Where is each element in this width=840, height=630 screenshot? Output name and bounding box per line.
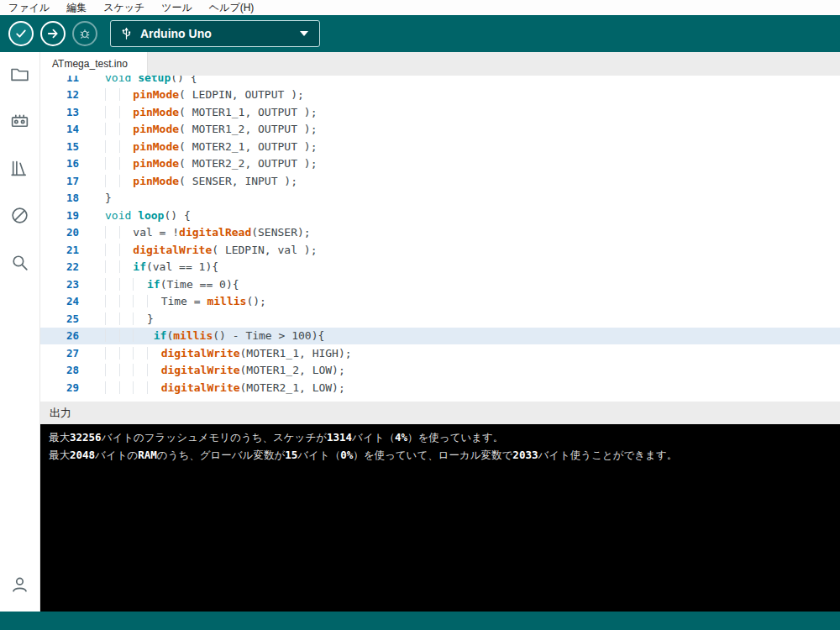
code-text: void setup() {	[84, 76, 197, 84]
line-number[interactable]: 16	[40, 157, 84, 170]
search-button[interactable]	[0, 242, 39, 282]
activity-bar	[0, 52, 40, 612]
code-line[interactable]: 23 if(Time == 0){	[40, 276, 840, 293]
tab-sketch[interactable]: ATmega_test.ino	[40, 52, 148, 76]
code-line[interactable]: 22 if(val == 1){	[40, 259, 840, 276]
code-editor[interactable]: 11void setup() {12 pinMode( LEDPIN, OUTP…	[40, 76, 840, 402]
line-number[interactable]: 21	[40, 244, 84, 256]
code-text: val = !digitalRead(SENSER);	[84, 226, 311, 239]
tab-label: ATmega_test.ino	[52, 58, 128, 70]
bug-icon	[78, 27, 92, 40]
line-number[interactable]: 12	[40, 88, 84, 101]
code-line[interactable]: 12 pinMode( LEDPIN, OUTPUT );	[40, 87, 840, 104]
line-number[interactable]: 25	[40, 312, 84, 325]
chevron-down-icon	[300, 31, 308, 36]
code-text: void loop() {	[84, 209, 191, 222]
code-text: pinMode( MOTER2_2, OUTPUT );	[84, 157, 317, 170]
menu-edit[interactable]: 編集	[58, 0, 95, 15]
code-text: pinMode( MOTER1_2, OUTPUT );	[84, 123, 317, 135]
code-text: digitalWrite( LEDPIN, val );	[84, 244, 317, 256]
arrow-right-icon	[46, 27, 60, 40]
menu-tools[interactable]: ツール	[153, 0, 201, 15]
code-line[interactable]: 11void setup() {	[40, 76, 840, 87]
toolbar: Arduino Uno	[0, 15, 840, 52]
account-button[interactable]	[0, 564, 39, 604]
code-text: digitalWrite(MOTER2_1, LOW);	[84, 381, 345, 394]
code-line[interactable]: 15 pinMode( MOTER2_1, OUTPUT );	[40, 138, 840, 155]
code-text: pinMode( LEDPIN, OUTPUT );	[84, 88, 304, 101]
line-number[interactable]: 29	[40, 381, 84, 394]
board-selector[interactable]: Arduino Uno	[110, 20, 320, 47]
check-icon	[14, 27, 28, 40]
code-line[interactable]: 17 pinMode( SENSER, INPUT );	[40, 172, 840, 190]
line-number[interactable]: 23	[40, 278, 84, 291]
upload-button[interactable]	[40, 21, 66, 46]
status-bar	[0, 612, 840, 630]
code-text: pinMode( SENSER, INPUT );	[84, 175, 297, 187]
code-line[interactable]: 27 digitalWrite(MOTER1_1, HIGH);	[40, 344, 840, 362]
code-text: }	[84, 312, 154, 325]
usb-icon	[121, 26, 132, 41]
boards-manager-button[interactable]	[0, 101, 39, 141]
books-icon	[9, 158, 30, 179]
line-number[interactable]: 19	[40, 209, 84, 222]
board-icon	[9, 111, 30, 132]
code-line[interactable]: 26 if(millis() - Time > 100){	[40, 328, 840, 345]
code-text: if(Time == 0){	[84, 278, 239, 291]
code-line[interactable]: 28 digitalWrite(MOTER1_2, LOW);	[40, 362, 840, 380]
output-console[interactable]: 最大32256バイトのフラッシュメモリのうち、スケッチが1314バイト（4%）を…	[40, 424, 840, 612]
library-manager-button[interactable]	[0, 148, 39, 188]
output-panel-header: 出力	[40, 402, 840, 424]
line-number[interactable]: 13	[40, 106, 84, 118]
debug-disabled-icon	[9, 205, 30, 226]
code-text: Time = millis();	[84, 295, 266, 307]
code-text: if(val == 1){	[84, 260, 218, 273]
line-number[interactable]: 27	[40, 347, 84, 360]
line-number[interactable]: 17	[40, 175, 84, 187]
code-text: if(millis() - Time > 100){	[84, 329, 324, 342]
console-line: 最大2048バイトのRAMのうち、グローバル変数が15バイト（0%）を使っていて…	[49, 446, 832, 464]
code-line[interactable]: 29 digitalWrite(MOTER2_1, LOW);	[40, 379, 840, 396]
line-number[interactable]: 20	[40, 226, 84, 239]
search-icon	[9, 252, 30, 273]
code-line[interactable]: 13 pinMode( MOTER1_1, OUTPUT );	[40, 103, 840, 121]
menu-help[interactable]: ヘルプ(H)	[201, 0, 263, 15]
code-line[interactable]: 16 pinMode( MOTER2_2, OUTPUT );	[40, 155, 840, 173]
menubar: ファイル編集スケッチツールヘルプ(H)	[0, 0, 840, 15]
output-title: 出力	[50, 406, 71, 421]
debug-button[interactable]	[72, 21, 97, 46]
arduino-ide-window: ファイル編集スケッチツールヘルプ(H)	[0, 0, 840, 630]
code-text: digitalWrite(MOTER1_1, HIGH);	[84, 347, 352, 360]
line-number[interactable]: 11	[40, 76, 84, 84]
tab-bar: ATmega_test.ino	[40, 52, 840, 76]
code-line[interactable]: 19void loop() {	[40, 207, 840, 224]
board-selector-label: Arduino Uno	[140, 27, 300, 40]
console-line: 最大32256バイトのフラッシュメモリのうち、スケッチが1314バイト（4%）を…	[49, 428, 832, 446]
line-number[interactable]: 22	[40, 260, 84, 273]
menu-file[interactable]: ファイル	[0, 0, 58, 15]
person-icon	[9, 574, 30, 595]
line-number[interactable]: 28	[40, 364, 84, 376]
code-line[interactable]: 21 digitalWrite( LEDPIN, val );	[40, 241, 840, 259]
verify-button[interactable]	[8, 21, 34, 46]
code-line[interactable]: 14 pinMode( MOTER1_2, OUTPUT );	[40, 121, 840, 139]
debug-panel-button[interactable]	[0, 195, 39, 235]
line-number[interactable]: 26	[40, 329, 84, 342]
code-line[interactable]: 18}	[40, 190, 840, 207]
code-text: digitalWrite(MOTER1_2, LOW);	[84, 364, 345, 376]
folder-icon	[9, 64, 30, 85]
line-number[interactable]: 14	[40, 123, 84, 135]
code-text: pinMode( MOTER1_1, OUTPUT );	[84, 106, 317, 118]
sketchbook-button[interactable]	[0, 54, 39, 94]
code-text: pinMode( MOTER2_1, OUTPUT );	[84, 140, 317, 153]
menu-sketch[interactable]: スケッチ	[95, 0, 153, 15]
code-line[interactable]: 24 Time = millis();	[40, 293, 840, 311]
line-number[interactable]: 24	[40, 295, 84, 307]
code-line[interactable]: 25 }	[40, 310, 840, 328]
code-text: }	[84, 192, 112, 204]
line-number[interactable]: 18	[40, 192, 84, 204]
code-line[interactable]: 20 val = !digitalRead(SENSER);	[40, 224, 840, 242]
line-number[interactable]: 15	[40, 140, 84, 153]
